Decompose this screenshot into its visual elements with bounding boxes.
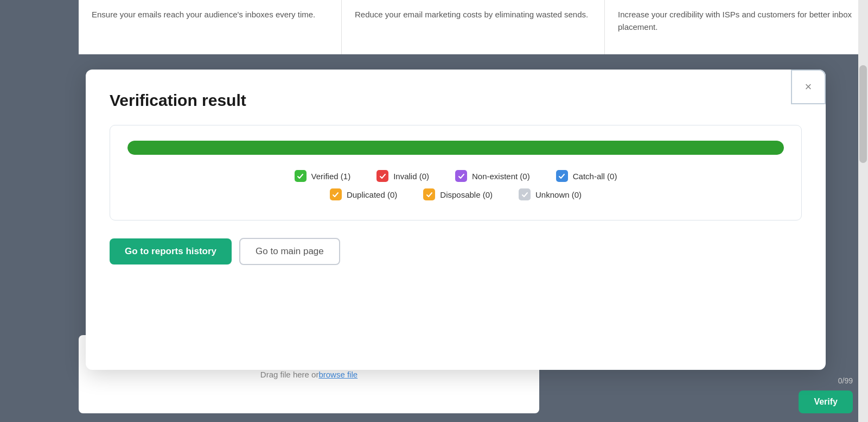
modal-title: Verification result bbox=[110, 91, 802, 110]
top-card-3: Increase your credibility with ISPs and … bbox=[605, 0, 868, 54]
legend-disposable: Disposable (0) bbox=[423, 188, 493, 200]
browse-file-link[interactable]: browse file bbox=[318, 370, 358, 379]
close-modal-button[interactable]: × bbox=[791, 70, 826, 104]
disposable-icon bbox=[423, 188, 435, 200]
char-count: 0/99 bbox=[838, 376, 853, 385]
top-card-2: Reduce your email marketing costs by eli… bbox=[342, 0, 605, 54]
legend-verified: Verified (1) bbox=[295, 170, 351, 182]
verified-icon bbox=[295, 170, 307, 182]
invalid-icon bbox=[376, 170, 388, 182]
legend-unknown: Unknown (0) bbox=[519, 188, 582, 200]
verified-label: Verified (1) bbox=[311, 172, 351, 181]
top-card-1: Ensure your emails reach your audience's… bbox=[79, 0, 342, 54]
scrollbar-thumb[interactable] bbox=[859, 65, 867, 163]
duplicated-label: Duplicated (0) bbox=[347, 190, 397, 199]
legend-catchall: Catch-all (0) bbox=[556, 170, 617, 182]
disposable-label: Disposable (0) bbox=[440, 190, 493, 199]
invalid-label: Invalid (0) bbox=[393, 172, 429, 181]
nonexistent-icon bbox=[455, 170, 467, 182]
top-card-3-text: Increase your credibility with ISPs and … bbox=[618, 9, 854, 33]
legend-duplicated: Duplicated (0) bbox=[330, 188, 397, 200]
catchall-label: Catch-all (0) bbox=[573, 172, 617, 181]
verification-result-modal: × Verification result Verified (1) Inval… bbox=[86, 70, 826, 370]
progress-bar-fill bbox=[127, 141, 784, 155]
legend-nonexistent: Non-existent (0) bbox=[455, 170, 530, 182]
unknown-label: Unknown (0) bbox=[535, 190, 582, 199]
duplicated-icon bbox=[330, 188, 342, 200]
legend-invalid: Invalid (0) bbox=[376, 170, 429, 182]
legend-row-1: Verified (1) Invalid (0) Non-existent (0… bbox=[127, 170, 784, 182]
button-row: Go to reports history Go to main page bbox=[110, 238, 802, 265]
top-card-2-text: Reduce your email marketing costs by eli… bbox=[355, 9, 591, 21]
result-card: Verified (1) Invalid (0) Non-existent (0… bbox=[110, 125, 802, 221]
progress-bar-container bbox=[127, 141, 784, 155]
catchall-icon bbox=[556, 170, 568, 182]
close-icon: × bbox=[805, 80, 812, 94]
drag-text: Drag file here or bbox=[260, 370, 319, 379]
nonexistent-label: Non-existent (0) bbox=[472, 172, 530, 181]
go-to-main-page-button[interactable]: Go to main page bbox=[239, 238, 340, 265]
unknown-icon bbox=[519, 188, 531, 200]
verify-button[interactable]: Verify bbox=[799, 390, 853, 413]
legend-row-2: Duplicated (0) Disposable (0) Unknown (0… bbox=[127, 188, 784, 200]
go-to-reports-button[interactable]: Go to reports history bbox=[110, 238, 232, 264]
scrollbar[interactable] bbox=[858, 0, 868, 422]
top-card-1-text: Ensure your emails reach your audience's… bbox=[92, 9, 328, 21]
